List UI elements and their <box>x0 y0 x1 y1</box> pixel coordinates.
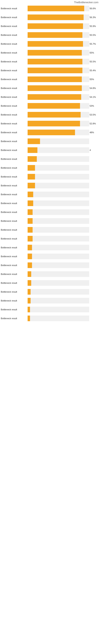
bar-value: 54.1% <box>90 96 97 98</box>
bar-row: Bottleneck result55% <box>0 50 90 56</box>
bar-fill <box>28 147 37 153</box>
bar-row-wrapper: Bottleneck result55.7% <box>0 41 100 47</box>
bar-value: 55% <box>90 78 97 80</box>
bar-value: 55.5% <box>90 60 97 63</box>
bar-container: 56.3% <box>28 14 89 20</box>
bar-row-wrapper: Bottleneck result <box>0 253 100 260</box>
bar-container: 55.4% <box>28 68 89 73</box>
bar-container <box>28 200 89 206</box>
bar-container: 55.7% <box>28 41 89 47</box>
bar-row-wrapper: Bottleneck result56.3% <box>0 14 100 20</box>
bar-row-wrapper: Bottleneck result <box>0 174 100 180</box>
bar-fill <box>28 130 75 135</box>
bar-row: Bottleneck result <box>0 236 90 242</box>
bar-container <box>28 245 89 250</box>
bar-row-wrapper: Bottleneck result54.8% <box>0 85 100 91</box>
bar-row-wrapper: Bottleneck result <box>0 236 100 242</box>
bar-row-wrapper: Bottleneck result55.4% <box>0 67 100 74</box>
bar-label: Bottleneck result <box>1 246 27 249</box>
bar-row: Bottleneck result48% <box>0 129 90 136</box>
bar-row: Bottleneck result55.4% <box>0 67 90 74</box>
bar-fill <box>28 289 31 295</box>
bar-label: Bottleneck result <box>1 202 27 204</box>
bar-label: Bottleneck result <box>1 193 27 196</box>
bar-label: Bottleneck result <box>1 43 27 45</box>
bar-fill <box>28 280 31 286</box>
bar-label: Bottleneck result <box>1 184 27 187</box>
bar-row: Bottleneck result53.5% <box>0 112 90 118</box>
bar-row: Bottleneck result <box>0 288 90 295</box>
bar-container: 4 <box>28 147 89 153</box>
bar-label: Bottleneck result <box>1 16 27 18</box>
bar-container <box>28 138 89 144</box>
bar-row-wrapper: Bottleneck result4 <box>0 147 100 153</box>
bar-row-wrapper: Bottleneck result <box>0 209 100 215</box>
bar-container <box>28 156 89 162</box>
bar-container: 53% <box>28 103 89 109</box>
bar-label: Bottleneck result <box>1 149 27 151</box>
bar-fill <box>28 103 80 109</box>
bar-fill <box>28 41 83 47</box>
bar-label: Bottleneck result <box>1 211 27 213</box>
bar-container: 55.9% <box>28 23 89 29</box>
bar-row-wrapper: Bottleneck result <box>0 182 100 189</box>
bar-row-wrapper: Bottleneck result <box>0 244 100 251</box>
bar-container <box>28 262 89 268</box>
bar-fill <box>28 50 82 56</box>
bar-fill <box>28 68 82 73</box>
bar-row-wrapper: Bottleneck result <box>0 138 100 144</box>
bar-row-wrapper: Bottleneck result55.9% <box>0 23 100 30</box>
bar-fill <box>28 165 35 171</box>
bar-row-wrapper: Bottleneck result52.8% <box>0 120 100 127</box>
bar-label: Bottleneck result <box>1 282 27 284</box>
bar-container: 55.5% <box>28 59 89 64</box>
bar-row-wrapper: Bottleneck result56.6% <box>0 5 100 12</box>
bar-value: 55.9% <box>90 25 97 27</box>
bar-value: 55% <box>90 52 97 54</box>
bar-row: Bottleneck result <box>0 262 90 268</box>
bar-row: Bottleneck result <box>0 174 90 180</box>
bar-row: Bottleneck result56.6% <box>0 5 90 12</box>
bar-row: Bottleneck result54.1% <box>0 94 90 100</box>
bar-fill <box>28 138 40 144</box>
bar-label: Bottleneck result <box>1 122 27 125</box>
bar-label: Bottleneck result <box>1 264 27 266</box>
bar-value: 53.5% <box>90 114 97 116</box>
bar-fill <box>28 307 30 312</box>
bar-fill <box>28 254 32 259</box>
bar-value: 56.3% <box>90 16 97 18</box>
bar-container <box>28 298 89 304</box>
bar-container: 56.6% <box>28 6 89 11</box>
bar-row-wrapper: Bottleneck result48% <box>0 129 100 136</box>
bar-row: Bottleneck result <box>0 138 90 144</box>
bar-label: Bottleneck result <box>1 114 27 116</box>
bar-container: 55% <box>28 76 89 82</box>
bar-label: Bottleneck result <box>1 25 27 27</box>
bar-row-wrapper: Bottleneck result55% <box>0 76 100 82</box>
bar-fill <box>28 94 81 100</box>
bar-row: Bottleneck result4 <box>0 147 90 153</box>
bar-row-wrapper: Bottleneck result <box>0 280 100 286</box>
bar-row: Bottleneck result55.5% <box>0 32 90 38</box>
bar-row: Bottleneck result55.7% <box>0 41 90 47</box>
bar-label: Bottleneck result <box>1 176 27 178</box>
bar-row-wrapper: Bottleneck result54.1% <box>0 94 100 100</box>
bar-row: Bottleneck result54.8% <box>0 85 90 91</box>
bar-row-wrapper: Bottleneck result55.5% <box>0 58 100 65</box>
bar-fill <box>28 156 37 162</box>
bar-fill <box>28 236 33 242</box>
bar-container <box>28 192 89 197</box>
bar-row: Bottleneck result <box>0 200 90 206</box>
bar-fill <box>28 85 82 91</box>
bar-row-wrapper: Bottleneck result <box>0 306 100 313</box>
bar-row: Bottleneck result <box>0 209 90 215</box>
bar-row-wrapper: Bottleneck result <box>0 262 100 268</box>
bar-container <box>28 227 89 233</box>
bar-container: 52.8% <box>28 121 89 126</box>
bar-fill <box>28 183 35 188</box>
bar-value: 54.8% <box>90 87 97 89</box>
bar-label: Bottleneck result <box>1 69 27 72</box>
bar-fill <box>28 6 84 11</box>
bar-label: Bottleneck result <box>1 87 27 89</box>
bar-container <box>28 218 89 224</box>
